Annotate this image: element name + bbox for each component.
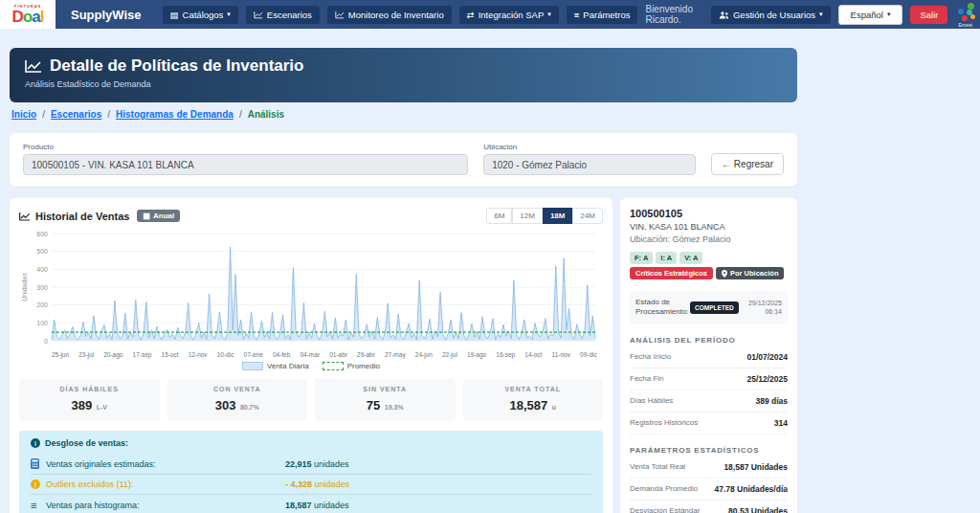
processing-label: Estado de Procesamiento: [635, 298, 685, 318]
catalog-icon: ▤ [170, 10, 179, 20]
nav-escenarios-button[interactable]: Escenarios [246, 6, 320, 24]
x-tick-label: 27-may [385, 351, 406, 358]
product-name: VIN. KASA 101 BLANCA [630, 222, 788, 232]
x-tick-label: 04-mar [300, 351, 320, 358]
product-label: Producto [23, 143, 468, 151]
range-18m-button[interactable]: 18M [543, 208, 573, 224]
stat-sin-venta: SIN VENTA 75 19.3% [315, 378, 456, 421]
app-brand: SupplyWise [71, 8, 142, 22]
page-header-banner: Detalle de Políticas de Inventario Análi… [10, 48, 797, 102]
breadcrumb-link-escenarios[interactable]: Escenarios [51, 109, 101, 120]
svg-text:300: 300 [36, 284, 48, 291]
navbar-right-group: Bienvenido Ricardo. Gestión de Usuarios … [645, 2, 972, 27]
nav-integracion-sap-button[interactable]: ⇄ Integración SAP ▾ [459, 6, 559, 24]
product-input[interactable] [23, 154, 468, 175]
legend-venta-diaria: Venta Diaria [242, 362, 309, 370]
language-selector-button[interactable]: Español ▾ [838, 5, 903, 25]
product-code: 100500105 [630, 208, 788, 219]
x-tick-label: 14-oct [524, 351, 542, 358]
breakdown-row-histogram: ≡ Ventas para histograma: 18,587 unidade… [31, 495, 591, 513]
x-tick-label: 25-jun [52, 351, 69, 358]
badge-by-location: Por Ubicación [716, 267, 784, 279]
annual-badge: ▦ Anual [137, 210, 180, 222]
period-row-dias-habiles: Días Hábiles 389 días [630, 390, 788, 413]
x-tick-label: 04-feb [273, 351, 290, 358]
calculator-icon [31, 458, 46, 469]
breadcrumb-link-histogramas[interactable]: Histogramas de Demanda [116, 109, 234, 120]
sales-history-card: Historial de Ventas ▦ Anual 6M 12M 18M 2… [10, 198, 612, 513]
location-label: Ubicación [483, 143, 696, 151]
logo-word: Doal [12, 9, 44, 25]
x-tick-label: 24-jun [415, 351, 433, 358]
assistant-widget-icon[interactable]: Ernest [955, 2, 972, 27]
x-tick-label: 17-sep [133, 351, 152, 358]
back-button[interactable]: ← Regresar [711, 153, 784, 175]
breadcrumb-link-inicio[interactable]: Inicio [11, 109, 36, 120]
params-row-venta-total: Venta Total Real 18,587 Unidades [630, 457, 788, 479]
product-summary-card: 100500105 VIN. KASA 101 BLANCA Ubicación… [620, 198, 797, 513]
range-24m-button[interactable]: 24M [572, 208, 603, 224]
x-tick-label: 01-abr [329, 351, 347, 358]
chart-line-icon [19, 212, 31, 221]
sales-breakdown-alert: i Desglose de ventas: Ventas originales … [19, 431, 603, 513]
location-field-group: Ubicación [483, 143, 696, 175]
location-input[interactable] [483, 154, 696, 175]
range-12m-button[interactable]: 12M [512, 208, 543, 224]
info-icon: i [31, 438, 40, 448]
stats-row: DÍAS HÁBILES 389 L-V CON VENTA 303 80.7%… [19, 378, 603, 421]
chevron-down-icon: ▾ [887, 11, 891, 18]
x-tick-label: 12-nov [189, 351, 208, 358]
x-tick-label: 29-abr [357, 351, 375, 358]
chevron-down-icon: ▾ [819, 11, 823, 18]
product-field-group: Producto [23, 143, 468, 175]
map-pin-icon [722, 270, 727, 278]
nav-monitoreo-button[interactable]: Monitoreo de Inventario [327, 6, 452, 24]
chart-x-axis-labels: 25-jun23-jul20-ago17-sep15-oct12-nov10-d… [19, 350, 603, 358]
warning-icon: ! [31, 480, 46, 489]
page-subtitle: Análisis Estadístico de Demanda [25, 79, 782, 89]
stat-dias-habiles: DÍAS HÁBILES 389 L-V [19, 378, 160, 421]
welcome-text: Bienvenido Ricardo. [645, 4, 702, 25]
svg-text:Unidades: Unidades [21, 273, 28, 301]
top-navbar: PINTURAS Doal SupplyWise ▤ Catálogos ▾ E… [0, 0, 980, 29]
x-tick-label: 23-jul [78, 351, 94, 358]
filters-card: Producto Ubicación ← Regresar [10, 133, 797, 187]
equals-icon: ≡ [31, 500, 46, 511]
page-title: Detalle de Políticas de Inventario [25, 56, 782, 76]
range-6m-button[interactable]: 6M [486, 208, 512, 224]
legend-promedio: Promedio [323, 362, 380, 370]
x-tick-label: 15-oct [162, 351, 179, 358]
badge-i-class: I: A [656, 252, 677, 264]
badge-critical: Críticos Estratégicos [630, 267, 713, 279]
nav-parametros-button[interactable]: ≡ Parámetros [567, 6, 638, 24]
processing-datetime: 29/12/2025 06:14 [748, 299, 782, 318]
svg-text:600: 600 [36, 231, 48, 237]
breakdown-row-original: Ventas originales estimadas: 22,915 unid… [31, 454, 591, 475]
classification-badges: F: A I: A V: A Críticos Estratégicos Por… [630, 252, 788, 279]
chart-title: Historial de Ventas [19, 211, 129, 222]
nav-catalogos-button[interactable]: ▤ Catálogos ▾ [163, 6, 238, 24]
svg-text:500: 500 [36, 248, 48, 255]
assistant-label: Ernest [959, 22, 972, 28]
period-row-fecha-fin: Fecha Fin 25/12/2025 [630, 368, 788, 390]
period-section-title: ANÁLISIS DEL PERÍODO [630, 336, 788, 345]
company-logo[interactable]: PINTURAS Doal [0, 0, 56, 29]
range-selector: 6M 12M 18M 24M [486, 208, 603, 224]
processing-status-box: Estado de Procesamiento: COMPLETED 29/12… [630, 291, 788, 324]
x-tick-label: 22-jul [442, 351, 457, 358]
sliders-icon: ≡ [574, 10, 580, 20]
svg-text:0: 0 [44, 338, 48, 345]
chevron-down-icon: ▾ [547, 11, 551, 18]
sales-chart-svg: 0100200300400500600Unidades [19, 228, 603, 346]
status-badge: COMPLETED [690, 301, 739, 314]
logout-button[interactable]: Salir [910, 6, 947, 24]
user-management-button[interactable]: Gestión de Usuarios ▾ [711, 6, 831, 24]
breadcrumb-current: Análisis [248, 109, 284, 120]
stat-con-venta: CON VENTA 303 80.7% [167, 378, 308, 421]
area-swatch [242, 362, 263, 370]
params-row-demanda-promedio: Demanda Promedio 47.78 Unidades/día [630, 479, 788, 501]
chevron-down-icon: ▾ [227, 11, 231, 18]
period-row-registros: Registros Históricos 314 [630, 413, 788, 435]
x-tick-label: 20-ago [103, 351, 122, 358]
x-tick-label: 09-dic [580, 351, 597, 358]
